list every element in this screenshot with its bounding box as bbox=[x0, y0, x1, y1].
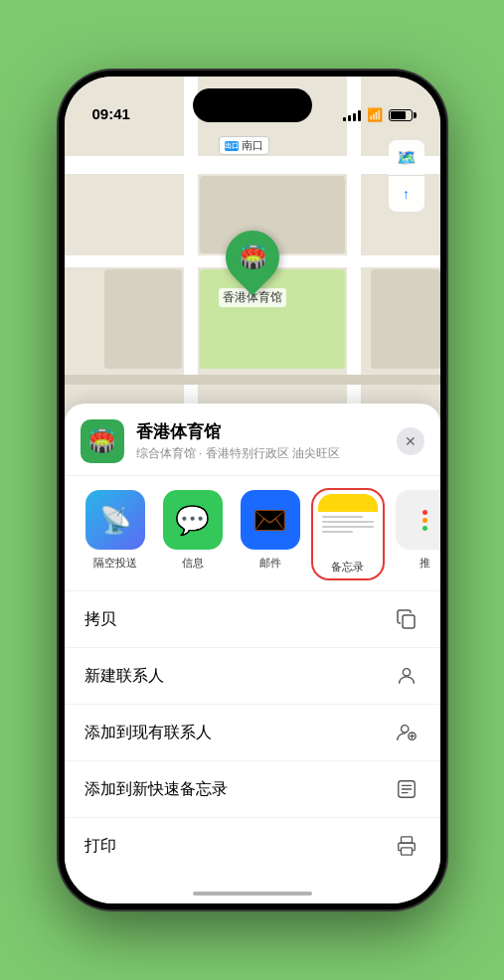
airdrop-label: 隔空投送 bbox=[93, 556, 137, 571]
note-line bbox=[322, 526, 374, 528]
mail-label: 邮件 bbox=[259, 556, 281, 571]
map-entrance-label: 出口 南口 bbox=[219, 136, 269, 155]
bottom-sheet: 🏟️ 香港体育馆 综合体育馆 · 香港特别行政区 油尖旺区 ✕ 📡 隔空投送 bbox=[65, 404, 440, 903]
map-road bbox=[65, 375, 440, 385]
phone-screen: 09:41 📶 bbox=[65, 77, 440, 903]
notes-icon-content bbox=[318, 494, 378, 554]
notes-share-item[interactable]: 备忘录 bbox=[313, 490, 383, 578]
messages-label: 信息 bbox=[182, 556, 204, 571]
venue-map-icon: 🏟️ bbox=[239, 245, 265, 270]
map-type-icon: 🗺️ bbox=[397, 148, 417, 167]
map-road bbox=[65, 156, 440, 174]
add-existing-label: 添加到现有联系人 bbox=[84, 723, 212, 743]
notes-lines bbox=[318, 512, 378, 554]
venue-icon: 🏟️ bbox=[81, 419, 124, 463]
print-icon bbox=[393, 832, 420, 860]
status-time: 09:41 bbox=[92, 105, 130, 124]
messages-icon: 💬 bbox=[163, 490, 223, 550]
dot-orange bbox=[422, 518, 427, 523]
mail-share-item[interactable]: ✉️ 邮件 bbox=[236, 490, 305, 578]
exit-icon: 出口 bbox=[225, 141, 239, 151]
more-dots bbox=[422, 510, 427, 531]
battery-icon bbox=[389, 109, 413, 121]
notes-top-bar bbox=[318, 494, 378, 512]
add-quick-note-action[interactable]: 添加到新快速备忘录 bbox=[65, 761, 440, 818]
map-block bbox=[371, 269, 440, 369]
airdrop-share-item[interactable]: 📡 隔空投送 bbox=[81, 490, 150, 578]
dot-red bbox=[422, 510, 427, 515]
more-label: 推 bbox=[420, 556, 430, 571]
venue-name: 香港体育馆 bbox=[136, 420, 397, 443]
print-label: 打印 bbox=[84, 836, 116, 857]
map-pin: 🏟️ bbox=[214, 220, 289, 295]
note-line bbox=[322, 531, 353, 533]
svg-rect-0 bbox=[403, 615, 415, 628]
map-type-button[interactable]: 🗺️ bbox=[389, 140, 424, 176]
share-apps-row: 📡 隔空投送 💬 信息 ✉️ 邮件 bbox=[65, 476, 440, 586]
more-share-item[interactable]: 推 bbox=[391, 490, 440, 578]
add-quick-note-label: 添加到新快速备忘录 bbox=[84, 779, 228, 800]
copy-icon bbox=[393, 605, 420, 633]
location-button[interactable]: ↑ bbox=[389, 176, 424, 212]
phone-frame: 09:41 📶 bbox=[59, 71, 446, 909]
notes-label: 备忘录 bbox=[331, 560, 364, 574]
wifi-icon: 📶 bbox=[367, 107, 383, 122]
note-line bbox=[322, 521, 374, 523]
mail-icon: ✉️ bbox=[241, 490, 300, 550]
person-add-icon bbox=[393, 719, 420, 746]
new-contact-action[interactable]: 新建联系人 bbox=[65, 648, 440, 705]
person-icon bbox=[393, 662, 420, 690]
map-block bbox=[104, 269, 182, 369]
add-existing-contact-action[interactable]: 添加到现有联系人 bbox=[65, 705, 440, 761]
venue-subtitle: 综合体育馆 · 香港特别行政区 油尖旺区 bbox=[136, 445, 397, 462]
signal-icon bbox=[343, 109, 361, 121]
map-controls: 🗺️ ↑ bbox=[389, 140, 424, 212]
sheet-header: 🏟️ 香港体育馆 综合体育馆 · 香港特别行政区 油尖旺区 ✕ bbox=[65, 404, 440, 476]
messages-share-item[interactable]: 💬 信息 bbox=[158, 490, 228, 578]
copy-label: 拷贝 bbox=[84, 609, 116, 630]
notes-icon bbox=[318, 494, 378, 554]
venue-info: 香港体育馆 综合体育馆 · 香港特别行政区 油尖旺区 bbox=[136, 420, 397, 462]
quick-note-icon bbox=[393, 775, 420, 803]
location-arrow-icon: ↑ bbox=[403, 186, 410, 202]
svg-rect-8 bbox=[401, 848, 412, 855]
print-action[interactable]: 打印 bbox=[65, 818, 440, 874]
copy-action[interactable]: 拷贝 bbox=[65, 591, 440, 648]
close-icon: ✕ bbox=[405, 433, 417, 449]
home-indicator bbox=[193, 892, 312, 896]
map-pin-container: 🏟️ 香港体育馆 bbox=[219, 231, 286, 307]
close-button[interactable]: ✕ bbox=[397, 427, 424, 455]
airdrop-icon: 📡 bbox=[85, 490, 145, 550]
new-contact-label: 新建联系人 bbox=[84, 666, 164, 687]
svg-rect-7 bbox=[401, 837, 412, 843]
action-list: 拷贝 新建联系人 bbox=[65, 590, 440, 874]
more-icon bbox=[396, 490, 440, 550]
svg-point-2 bbox=[401, 726, 408, 733]
note-line bbox=[322, 516, 364, 518]
dot-green bbox=[422, 526, 427, 531]
status-icons: 📶 bbox=[343, 107, 413, 124]
svg-point-1 bbox=[403, 669, 410, 676]
dynamic-island bbox=[193, 88, 312, 122]
